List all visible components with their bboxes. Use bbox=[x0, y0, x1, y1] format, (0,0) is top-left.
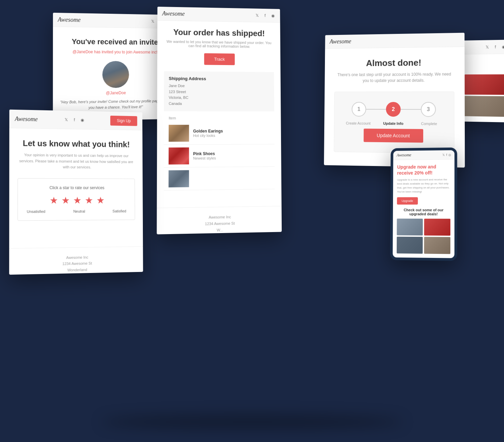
step-1-circle: 1 bbox=[352, 102, 366, 117]
step-1-label: Create Account bbox=[345, 121, 371, 125]
item-image-bag bbox=[169, 170, 189, 187]
mobile-brand: Awesome bbox=[397, 153, 411, 158]
item-name-earrings: Golden Earings bbox=[193, 129, 223, 133]
star-5[interactable]: ★ bbox=[96, 195, 105, 206]
rating-label: Click a star to rate our services bbox=[25, 185, 128, 190]
mobile-promo-title: Upgrade now and receive 20% off! bbox=[397, 164, 450, 176]
label-unsatisfied: Unsatisfied bbox=[27, 209, 45, 213]
list-item bbox=[164, 167, 275, 191]
item-image-earrings bbox=[169, 125, 189, 142]
item-name-shoes: Pink Shoes bbox=[193, 152, 216, 157]
item-image-shoes bbox=[169, 148, 189, 165]
list-item: Golden Earings Hot city looks bbox=[164, 122, 275, 145]
shipped-footer-company: Awesome Inc1234 Awesome StW... bbox=[157, 213, 282, 234]
item-desc-earrings: Hot city looks bbox=[193, 133, 223, 137]
shipped-brand: Awesome bbox=[162, 10, 184, 17]
item-desc-shoes: Newest styles bbox=[193, 156, 216, 161]
steps-labels: Create Account Update Info Complete bbox=[341, 121, 447, 126]
twitter-icon: 𝕏 bbox=[485, 44, 490, 50]
upgrade-img-4 bbox=[464, 96, 504, 117]
invite-subtitle: @JaneDoe has invited you to join Awesome… bbox=[60, 49, 169, 55]
instagram-icon: ◎ bbox=[448, 153, 451, 156]
rss-icon: ◉ bbox=[80, 117, 85, 123]
shipping-details: Jane Doe123 StreetVictoria, BCCanada bbox=[169, 83, 270, 107]
twitter-icon: 𝕏 bbox=[150, 18, 156, 24]
facebook-icon: f bbox=[446, 153, 447, 156]
mobile-grid-img-4 bbox=[424, 237, 451, 254]
star-2[interactable]: ★ bbox=[61, 195, 70, 206]
item-info-earrings: Golden Earings Hot city looks bbox=[193, 129, 223, 137]
avatar bbox=[102, 61, 129, 88]
upgrade-social-icons: 𝕏 f ◉ bbox=[485, 44, 504, 50]
items-label: Item bbox=[164, 116, 274, 122]
shipped-card: Awesome 𝕏 f ◉ Your order has shipped! We… bbox=[157, 7, 282, 234]
star-1[interactable]: ★ bbox=[49, 195, 58, 206]
list-item: Pink Shoes Newest styles bbox=[164, 145, 275, 168]
survey-card: Awesome 𝕏 f ◉ Sign Up Let us know what y… bbox=[9, 110, 143, 275]
survey-footer: Awesome Inc1234 Awesome StWonderland bbox=[9, 246, 143, 275]
twitter-icon: 𝕏 bbox=[443, 153, 445, 157]
invite-card-header: Awesome 𝕏 f ◉ bbox=[53, 13, 175, 29]
mobile-social-icons: 𝕏 f ◎ bbox=[443, 153, 451, 156]
steps-container: 1 2 3 Create Account Update Info Complet… bbox=[334, 92, 454, 154]
rating-box: Click a star to rate our services ★ ★ ★ … bbox=[17, 178, 135, 221]
star-4[interactable]: ★ bbox=[85, 195, 93, 206]
mobile-card: Awesome 𝕏 f ◎ Upgrade now and receive 20… bbox=[390, 148, 457, 261]
mobile-grid-img-3 bbox=[397, 237, 423, 254]
shipping-address-block: Shipping Address Jane Doe123 StreetVicto… bbox=[164, 71, 274, 111]
facebook-icon: f bbox=[493, 44, 498, 50]
survey-card-header: Awesome 𝕏 f ◉ Sign Up bbox=[9, 110, 143, 130]
account-card-header: Awesome bbox=[325, 33, 464, 49]
shipped-subtitle: We wanted to let you know that we have s… bbox=[164, 40, 274, 49]
signup-button[interactable]: Sign Up bbox=[110, 116, 137, 126]
step-2-label: Update Info bbox=[380, 121, 407, 126]
survey-social-icons: 𝕏 f ◉ bbox=[64, 117, 85, 123]
step-line-2 bbox=[401, 109, 421, 110]
scene: Awesome 𝕏 f ◉ You've received an invite … bbox=[0, 0, 504, 442]
avatar-name: @JaneDoe bbox=[60, 90, 170, 96]
label-neutral: Neutral bbox=[73, 209, 85, 213]
account-subtitle: There's one last step until your account… bbox=[334, 71, 454, 84]
mobile-upgrade-button[interactable]: Upgrade bbox=[397, 197, 418, 205]
avatar-image bbox=[102, 61, 129, 88]
steps-row: 1 2 3 bbox=[341, 102, 447, 117]
upgrade-img-2 bbox=[464, 74, 504, 95]
invite-username: @JaneDoe bbox=[72, 49, 93, 54]
step-3-label: Complete bbox=[415, 121, 443, 126]
invite-subtitle-text: has invited you to join Awesome inc! bbox=[94, 50, 157, 55]
account-title: Almost done! bbox=[335, 57, 454, 69]
mobile-grid-img-1 bbox=[397, 219, 423, 235]
invite-quote: "Hey Bob, here's your invite! Come check… bbox=[60, 98, 170, 111]
rss-icon: ◉ bbox=[501, 44, 504, 49]
mobile-grid-img-2 bbox=[424, 219, 450, 236]
shipped-card-header: Awesome 𝕏 f ◉ bbox=[157, 7, 280, 23]
facebook-icon: f bbox=[263, 13, 268, 18]
step-line-1 bbox=[366, 109, 386, 110]
stars-row[interactable]: ★ ★ ★ ★ ★ bbox=[25, 195, 128, 206]
shipped-social-icons: 𝕏 f ◉ bbox=[255, 13, 275, 18]
star-3[interactable]: ★ bbox=[73, 195, 81, 206]
survey-body: Let us know what you think! Your opinion… bbox=[9, 128, 143, 238]
twitter-icon: 𝕏 bbox=[255, 13, 260, 18]
step-3-circle: 3 bbox=[421, 102, 436, 117]
twitter-icon: 𝕏 bbox=[64, 117, 69, 122]
shipped-body: Your order has shipped! We wanted to let… bbox=[157, 21, 282, 198]
mobile-body: Upgrade now and receive 20% off! Upgrade… bbox=[393, 160, 454, 258]
invite-brand: Awesome bbox=[58, 16, 80, 23]
account-brand: Awesome bbox=[330, 38, 351, 45]
step-2-circle: 2 bbox=[386, 102, 401, 117]
update-account-button[interactable]: Update Account bbox=[363, 128, 424, 143]
track-button[interactable]: Track bbox=[204, 53, 235, 65]
survey-brand: Awesome bbox=[15, 115, 38, 123]
star-labels: Unsatisfied Neutral Satisfied bbox=[25, 209, 128, 214]
promo-discount: 20% off! bbox=[414, 170, 433, 175]
facebook-icon: f bbox=[72, 117, 77, 122]
survey-description: Your opinion is very important to us and… bbox=[17, 152, 135, 170]
mobile-promo-desc: Upgrade to a new account and receive the… bbox=[397, 178, 450, 194]
label-satisfied: Satisfied bbox=[112, 209, 126, 213]
invite-title: You've received an invite bbox=[60, 37, 169, 47]
mobile-card-header: Awesome 𝕏 f ◎ bbox=[393, 150, 455, 160]
survey-footer-company: Awesome Inc1234 Awesome StWonderland bbox=[9, 253, 143, 275]
shipped-title: Your order has shipped! bbox=[164, 27, 274, 38]
mobile-section-title: Check out some of our upgraded deals! bbox=[397, 208, 451, 216]
